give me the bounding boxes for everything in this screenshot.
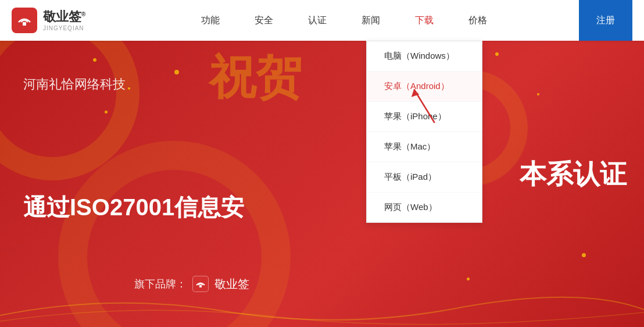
brand-name: 敬业签® bbox=[43, 9, 85, 24]
dropdown-item-ipad[interactable]: 平板（iPad） bbox=[367, 162, 482, 193]
nav-item-features[interactable]: 功能 bbox=[184, 0, 237, 41]
hero-subtitle: 河南礼恰网络科技 bbox=[0, 76, 384, 93]
nav-item-download[interactable]: 下载 bbox=[398, 0, 451, 41]
main-nav: 功能 安全 认证 新闻 下载 价格 bbox=[109, 0, 579, 41]
svg-rect-0 bbox=[23, 22, 26, 26]
sparkle-7 bbox=[582, 253, 586, 257]
sparkle-5 bbox=[495, 52, 499, 56]
hero-right-text: 本系认证 bbox=[520, 157, 627, 192]
wave-decoration bbox=[0, 280, 644, 327]
hero-section: 祝贺 河南礼恰网络科技 通过ISO27001信息安xxxxxxxx 本系认证 旗… bbox=[0, 41, 644, 327]
dropdown-item-web[interactable]: 网页（Web） bbox=[367, 193, 482, 222]
sparkle-6 bbox=[537, 93, 539, 95]
nav-item-certification[interactable]: 认证 bbox=[291, 0, 344, 41]
nav-item-security[interactable]: 安全 bbox=[237, 0, 291, 41]
logo[interactable]: 敬业签® JINGYEQIAN bbox=[12, 8, 85, 33]
dropdown-item-android[interactable]: 安卓（Android） bbox=[367, 72, 482, 102]
sparkle-4 bbox=[105, 111, 108, 113]
dropdown-item-iphone[interactable]: 苹果（iPhone） bbox=[367, 102, 482, 132]
dropdown-item-windows[interactable]: 电脑（Windows） bbox=[367, 41, 482, 72]
hero-title: 通过ISO27001信息安xxxxxxxx bbox=[0, 192, 384, 222]
nav-item-pricing[interactable]: 价格 bbox=[451, 0, 505, 41]
download-dropdown: 电脑（Windows） 安卓（Android） 苹果（iPhone） 苹果（Ma… bbox=[366, 41, 482, 223]
brand-pinyin: JINGYEQIAN bbox=[43, 25, 85, 31]
sparkle-1 bbox=[93, 58, 96, 62]
register-button[interactable]: 注册 bbox=[579, 0, 632, 41]
nav-item-news[interactable]: 新闻 bbox=[344, 0, 398, 41]
sparkle-3 bbox=[174, 70, 179, 74]
dropdown-item-mac[interactable]: 苹果（Mac） bbox=[367, 132, 482, 162]
logo-text: 敬业签® JINGYEQIAN bbox=[43, 9, 85, 31]
main-header: 敬业签® JINGYEQIAN 功能 安全 认证 新闻 下载 价格 注册 bbox=[0, 0, 644, 41]
logo-icon bbox=[12, 8, 37, 33]
